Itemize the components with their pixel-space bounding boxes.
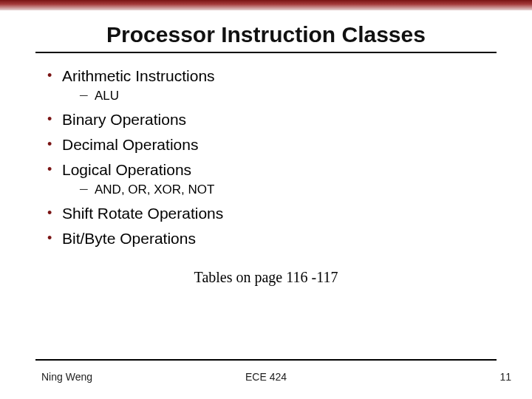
bullet-item: Shift Rotate Operations [44, 204, 488, 223]
sub-list: AND, OR, XOR, NOT [62, 183, 488, 197]
bullet-item: Bit/Byte Operations [44, 229, 488, 248]
bullet-text: Binary Operations [62, 111, 186, 128]
sub-bullet-text: ALU [95, 89, 119, 103]
bullet-text: Bit/Byte Operations [62, 230, 196, 247]
bullet-item: Decimal Operations [44, 135, 488, 154]
content-area: Arithmetic Instructions ALU Binary Opera… [0, 66, 532, 286]
sub-bullet-text: AND, OR, XOR, NOT [95, 183, 214, 197]
bullet-text: Shift Rotate Operations [62, 205, 223, 222]
slide-title: Processor Instruction Classes [0, 22, 532, 47]
bullet-item: Binary Operations [44, 110, 488, 129]
bullet-text: Arithmetic Instructions [62, 67, 215, 84]
sub-bullet-item: ALU [62, 89, 488, 103]
bullet-list: Arithmetic Instructions ALU Binary Opera… [44, 66, 488, 248]
bullet-item: Arithmetic Instructions ALU [44, 66, 488, 104]
bullet-item: Logical Operations AND, OR, XOR, NOT [44, 160, 488, 198]
slide: Processor Instruction Classes Arithmetic… [0, 0, 532, 399]
footer-course: ECE 424 [0, 371, 532, 383]
footer-page-number: 11 [499, 371, 511, 383]
top-bar [0, 0, 532, 10]
note-text: Tables on page 116 -117 [44, 269, 488, 286]
footer: Ning Weng ECE 424 11 [0, 371, 532, 389]
title-rule [35, 52, 497, 53]
sub-list: ALU [62, 89, 488, 103]
footer-rule [35, 359, 497, 361]
bullet-text: Logical Operations [62, 161, 191, 178]
bullet-text: Decimal Operations [62, 136, 198, 153]
sub-bullet-item: AND, OR, XOR, NOT [62, 183, 488, 197]
